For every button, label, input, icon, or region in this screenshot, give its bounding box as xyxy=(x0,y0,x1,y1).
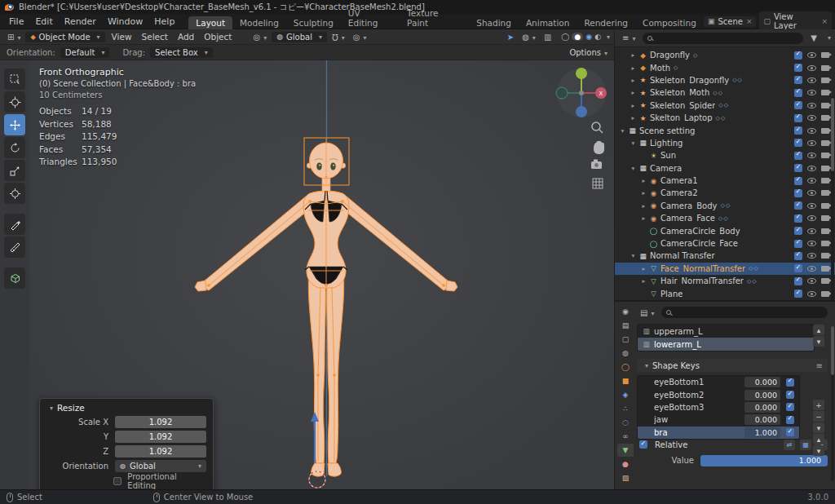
outliner-row[interactable]: ▸ Skelton_Laptop ◇◇ xyxy=(615,112,835,124)
exclude-checkbox[interactable] xyxy=(794,64,802,72)
outliner-row[interactable]: ▾ Lighting xyxy=(615,137,835,149)
expand-chevron-icon[interactable]: ▸ xyxy=(629,102,638,109)
exclude-checkbox[interactable] xyxy=(794,252,802,260)
exclude-checkbox[interactable] xyxy=(794,177,802,185)
section-menu-icon[interactable]: ≡ xyxy=(816,361,823,370)
menu-item[interactable]: Render xyxy=(59,16,102,27)
hide-eye-icon[interactable] xyxy=(807,103,816,108)
exclude-checkbox[interactable] xyxy=(794,126,802,135)
exclude-checkbox[interactable] xyxy=(794,290,802,298)
expand-chevron-icon[interactable]: ▸ xyxy=(639,277,648,285)
workspace-tab[interactable]: Animation xyxy=(519,16,577,29)
outliner-row[interactable]: ▸ Camera_Body ◇◇ xyxy=(615,200,835,212)
shape-key-mute-checkbox[interactable] xyxy=(786,391,794,399)
disable-render-icon[interactable] xyxy=(821,166,829,171)
show-only-icon[interactable]: ⇄ xyxy=(784,440,795,450)
disable-render-icon[interactable] xyxy=(821,65,829,71)
hide-eye-icon[interactable] xyxy=(807,153,816,158)
annotate-tool[interactable] xyxy=(4,214,25,235)
expand-chevron-icon[interactable]: ▾ xyxy=(629,139,638,147)
hide-eye-icon[interactable] xyxy=(807,115,816,121)
shape-key-value[interactable]: 0.000 xyxy=(744,390,780,400)
cursor-tool[interactable] xyxy=(4,91,25,113)
expand-chevron-icon[interactable]: ▸ xyxy=(639,202,648,210)
exclude-checkbox[interactable] xyxy=(794,114,802,122)
outliner-options-icon[interactable]: ▾ xyxy=(828,34,831,42)
camera-view-icon[interactable] xyxy=(591,160,602,170)
properties-tab[interactable]: ■ xyxy=(617,374,634,387)
expand-chevron-icon[interactable]: ▸ xyxy=(629,89,638,96)
expand-chevron-icon[interactable]: ▸ xyxy=(639,214,648,222)
select-box-tool[interactable] xyxy=(4,69,25,90)
outliner-row[interactable]: ▾ Camera xyxy=(615,162,835,175)
disable-render-icon[interactable] xyxy=(821,77,829,83)
hide-eye-icon[interactable] xyxy=(807,140,816,146)
shape-key-value[interactable]: 0.000 xyxy=(744,414,780,425)
expand-chevron-icon[interactable]: ▸ xyxy=(629,64,638,72)
orientation-default-dropdown[interactable]: Default▾ xyxy=(60,47,110,58)
menu-item[interactable]: Help xyxy=(148,16,180,27)
outliner-row[interactable]: CameraCircle_Body xyxy=(615,224,835,237)
exclude-checkbox[interactable] xyxy=(794,189,802,197)
exclude-checkbox[interactable] xyxy=(794,51,802,60)
shape-key-specials-button[interactable]: ▾ xyxy=(813,422,824,433)
gizmo-axis-x-neg[interactable] xyxy=(556,87,568,99)
hide-eye-icon[interactable] xyxy=(807,215,816,221)
expand-chevron-icon[interactable]: ▸ xyxy=(629,77,638,84)
outliner-row[interactable]: Sun xyxy=(615,149,835,161)
properties-tab[interactable]: ∞ xyxy=(617,430,634,443)
expand-chevron-icon[interactable]: ▸ xyxy=(639,177,648,184)
menu-item[interactable]: Edit xyxy=(29,16,58,27)
expand-chevron-icon[interactable]: ▾ xyxy=(618,127,627,135)
properties-tab[interactable]: ▤ xyxy=(617,319,634,332)
collapse-icon[interactable]: ▾ xyxy=(50,405,53,412)
outliner-row[interactable]: Plane xyxy=(615,287,835,299)
outliner-row[interactable]: ▸ Face_NormalTransfer ◇◇ xyxy=(615,263,835,275)
hide-eye-icon[interactable] xyxy=(807,228,816,234)
properties-editor-icon[interactable]: ▤▾ xyxy=(637,308,657,317)
disable-render-icon[interactable] xyxy=(821,190,829,196)
hide-eye-icon[interactable] xyxy=(807,190,816,196)
exclude-checkbox[interactable] xyxy=(794,277,802,285)
outliner-search-input[interactable] xyxy=(643,33,803,44)
workspace-tab[interactable]: Layout xyxy=(188,16,232,29)
workspace-tab[interactable]: Shading xyxy=(469,16,519,29)
shape-keys-section-header[interactable]: ▾ Shape Keys ≡ xyxy=(637,359,828,372)
properties-tab[interactable]: ▼ xyxy=(617,444,634,457)
remove-shape-key-button[interactable]: − xyxy=(813,411,824,422)
outliner-row[interactable]: ▸ Moth ◇ xyxy=(615,61,835,73)
expand-chevron-icon[interactable]: ▸ xyxy=(639,189,648,197)
shape-key-mute-checkbox[interactable] xyxy=(786,428,794,436)
scale-value-field[interactable]: 1.092 xyxy=(115,416,206,428)
shape-key-mute-checkbox[interactable] xyxy=(786,403,794,411)
unlink-scene-icon[interactable]: × xyxy=(746,17,753,25)
properties-tab[interactable]: ▨ xyxy=(617,471,634,484)
shape-key-value[interactable]: 0.000 xyxy=(744,377,780,387)
shape-key-mute-checkbox[interactable] xyxy=(786,416,794,424)
exclude-checkbox[interactable] xyxy=(794,240,802,248)
edit-mode-icon[interactable]: ▦ xyxy=(800,440,811,450)
disable-render-icon[interactable] xyxy=(821,153,829,158)
menu-item[interactable]: File xyxy=(3,16,29,27)
hide-eye-icon[interactable] xyxy=(807,166,816,171)
shape-key-row[interactable]: eyeBottom3 0.000 xyxy=(638,401,799,413)
expand-chevron-icon[interactable]: ▾ xyxy=(629,252,638,259)
proportional-editing-icon[interactable]: ◎▾ xyxy=(350,33,370,42)
exclude-checkbox[interactable] xyxy=(794,264,802,272)
outliner-row[interactable]: ▸ Skeleton_Spider ◇◇ xyxy=(615,99,835,112)
scene-selector[interactable]: ▣ Scene × xyxy=(704,16,757,27)
disable-render-icon[interactable] xyxy=(821,253,829,259)
pivot-point-icon[interactable]: ◎▾ xyxy=(250,33,270,42)
blender-logo-icon[interactable] xyxy=(5,4,14,11)
exclude-checkbox[interactable] xyxy=(794,214,802,223)
rotate-tool[interactable] xyxy=(4,137,25,158)
disable-render-icon[interactable] xyxy=(821,178,829,183)
hide-eye-icon[interactable] xyxy=(807,65,816,71)
expand-chevron-icon[interactable]: ▸ xyxy=(629,114,638,122)
disable-render-icon[interactable] xyxy=(821,52,829,58)
properties-tab[interactable]: ◈ xyxy=(617,388,634,401)
workspace-tab[interactable]: Compositing xyxy=(635,16,704,29)
outliner-row[interactable]: ▾ Normal Transfer xyxy=(615,250,835,262)
exclude-checkbox[interactable] xyxy=(794,76,802,84)
expand-chevron-icon[interactable]: ▾ xyxy=(629,165,638,172)
